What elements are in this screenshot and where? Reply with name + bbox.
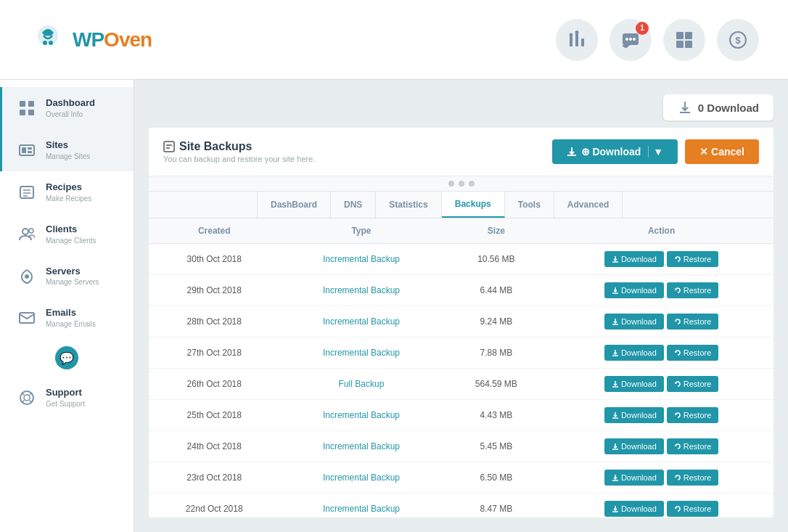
svg-rect-12 <box>676 32 684 39</box>
svg-rect-13 <box>685 32 692 39</box>
sidebar-item-support[interactable]: Support Get Support <box>0 377 134 419</box>
action-buttons: Download Restore <box>561 501 762 517</box>
svg-point-32 <box>25 274 29 279</box>
action-buttons: Download Restore <box>561 376 762 392</box>
table-header: Created Type Size Action <box>149 218 773 244</box>
tab-dashboard[interactable]: DashBoard <box>258 192 331 218</box>
download-btn-5[interactable]: Download <box>604 407 664 423</box>
tab-dns[interactable]: DNS <box>331 192 376 218</box>
svg-point-10 <box>629 38 632 41</box>
cell-action: Download Restore <box>549 400 773 431</box>
download-btn-0[interactable]: Download <box>604 251 664 267</box>
cell-created: 28th Oct 2018 <box>149 306 279 337</box>
cell-type: Incremental Backup <box>279 275 443 306</box>
svg-rect-21 <box>28 110 34 115</box>
download-btn-1[interactable]: Download <box>604 282 664 298</box>
clients-icon <box>17 224 37 245</box>
cell-created: 22nd Oct 2018 <box>149 494 279 518</box>
download-count-area: 0 Download <box>149 94 773 120</box>
restore-btn-4[interactable]: Restore <box>667 376 719 392</box>
tab-statistics[interactable]: Statistics <box>376 192 441 218</box>
download-btn-4[interactable]: Download <box>604 376 664 392</box>
download-btn-7[interactable]: Download <box>604 470 664 486</box>
col-type: Type <box>279 218 443 244</box>
table-row: 30th Oct 2018Incremental Backup10.56 MB … <box>149 244 773 275</box>
sidebar-item-sites[interactable]: Sites Manage Sites <box>0 129 134 171</box>
restore-btn-8[interactable]: Restore <box>667 501 719 517</box>
sidebar-clients-text: Clients Manage Clients <box>46 224 96 245</box>
cell-type: Incremental Backup <box>279 244 443 275</box>
cell-created: 26th Oct 2018 <box>149 369 279 400</box>
col-created: Created <box>149 218 279 244</box>
restore-btn-7[interactable]: Restore <box>667 470 719 486</box>
support-bubble[interactable]: 💬 <box>55 346 78 369</box>
restore-btn-2[interactable]: Restore <box>667 314 719 330</box>
main-content: 0 Download Site Backups You can backup a… <box>134 80 788 532</box>
support-icon <box>17 388 37 408</box>
reports-icon-btn[interactable] <box>556 19 598 61</box>
tab-backups[interactable]: Backups <box>442 192 505 218</box>
restore-btn-5[interactable]: Restore <box>667 407 719 423</box>
restore-btn-3[interactable]: Restore <box>667 345 719 361</box>
action-buttons: Download Restore <box>561 345 762 361</box>
card-header: Site Backups You can backup and restore … <box>149 128 773 176</box>
svg-point-7 <box>575 30 579 34</box>
cancel-button[interactable]: ✕ Cancel <box>685 139 759 164</box>
servers-icon <box>17 266 37 287</box>
svg-rect-15 <box>685 41 692 48</box>
download-btn-3[interactable]: Download <box>604 345 664 361</box>
download-btn-6[interactable]: Download <box>604 438 664 454</box>
cell-size: 564.59 MB <box>443 369 549 400</box>
site-backups-card: Site Backups You can backup and restore … <box>149 128 773 517</box>
layout-icon-btn[interactable] <box>663 19 705 61</box>
restore-btn-6[interactable]: Restore <box>667 438 719 454</box>
card-title: Site Backups <box>163 140 315 153</box>
logo: WPOven <box>29 21 152 59</box>
tab-advanced[interactable]: Advanced <box>554 192 623 218</box>
download-button[interactable]: ⊕ Download ▼ <box>552 139 678 164</box>
svg-point-2 <box>49 41 53 45</box>
card-title-section: Site Backups You can backup and restore … <box>163 140 315 163</box>
cell-size: 8.47 MB <box>443 494 549 518</box>
cell-type: Incremental Backup <box>279 494 443 518</box>
restore-btn-0[interactable]: Restore <box>667 251 719 267</box>
table-row: 24th Oct 2018Incremental Backup5.45 MB D… <box>149 431 773 462</box>
billing-icon-btn[interactable]: $ <box>717 19 759 61</box>
sidebar-item-clients[interactable]: Clients Manage Clients <box>0 213 134 255</box>
download-btn-8[interactable]: Download <box>604 501 664 517</box>
col-action: Action <box>549 218 773 244</box>
messages-badge: 1 <box>636 22 649 35</box>
table-row: 25th Oct 2018Incremental Backup4.43 MB D… <box>149 400 773 431</box>
table-row: 27th Oct 2018Incremental Backup7.88 MB D… <box>149 337 773 369</box>
sidebar-item-recipes[interactable]: Recipes Make Recipes <box>0 171 134 213</box>
download-btn-2[interactable]: Download <box>604 314 664 330</box>
tab-dots <box>448 176 475 191</box>
dot-3 <box>469 181 475 187</box>
tab-tools[interactable]: Tools <box>505 192 554 218</box>
table-row: 28th Oct 2018Incremental Backup9.24 MB D… <box>149 306 773 337</box>
cell-action: Download Restore <box>549 275 773 306</box>
sidebar-item-servers[interactable]: Servers Manage Servers <box>0 255 134 298</box>
emails-icon <box>17 308 37 328</box>
cell-type: Incremental Backup <box>279 431 443 462</box>
table-row: 23rd Oct 2018Incremental Backup6.50 MB D… <box>149 462 773 494</box>
action-buttons: Download Restore <box>561 251 762 267</box>
cell-size: 7.88 MB <box>443 337 549 369</box>
action-buttons: Download Restore <box>561 438 762 454</box>
svg-rect-20 <box>20 110 25 115</box>
cell-created: 25th Oct 2018 <box>149 400 279 431</box>
restore-btn-1[interactable]: Restore <box>667 282 719 298</box>
cell-action: Download Restore <box>549 462 773 494</box>
backups-table: Created Type Size Action 30th Oct 2018In… <box>149 218 773 517</box>
messages-icon-btn[interactable]: 1 <box>610 19 652 61</box>
cell-size: 9.24 MB <box>443 306 549 337</box>
cell-action: Download Restore <box>549 431 773 462</box>
support-notification: 💬 <box>0 346 134 369</box>
cell-action: Download Restore <box>549 369 773 400</box>
svg-point-31 <box>29 229 33 233</box>
backups-icon <box>163 141 175 152</box>
sidebar-item-dashboard[interactable]: Dashboard Overall Info <box>0 87 134 129</box>
sites-icon <box>17 140 37 160</box>
table-row: 26th Oct 2018Full Backup564.59 MB Downlo… <box>149 369 773 400</box>
sidebar-item-emails[interactable]: Emails Manage Emails <box>0 297 134 339</box>
